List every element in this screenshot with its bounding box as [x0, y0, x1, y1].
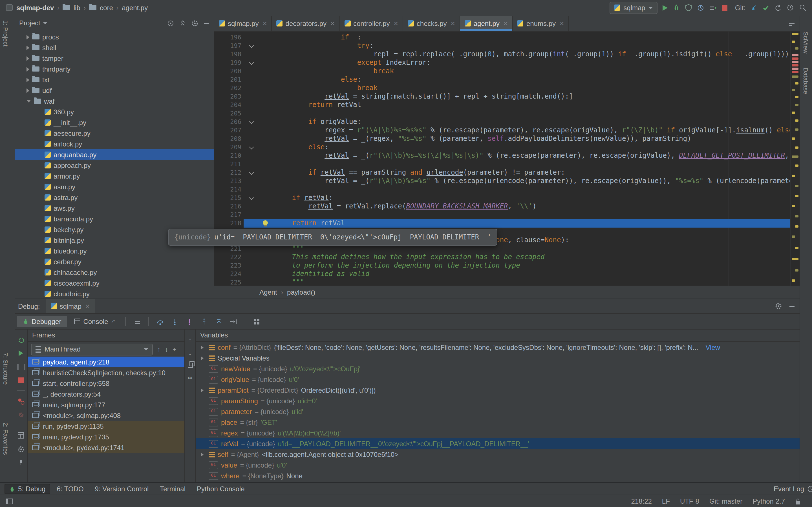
line-number[interactable]: 216	[214, 202, 244, 211]
error-stripe-mark[interactable]	[792, 64, 799, 66]
error-stripe-mark[interactable]	[792, 205, 795, 207]
line-number[interactable]: 213	[214, 177, 244, 185]
error-stripe-mark[interactable]	[795, 269, 799, 272]
line-number[interactable]: 197	[214, 42, 244, 50]
editor-tab-sqlmap.py[interactable]: sqlmap.py×	[214, 16, 272, 31]
fold-chevron-icon[interactable]	[249, 195, 254, 200]
stack-frame[interactable]: heuristicCheckSqlInjection, checks.py:10	[28, 367, 185, 378]
close-tab-icon[interactable]: ×	[394, 20, 398, 27]
project-tree-item-ciscoacexml.py[interactable]: ciscoacexml.py	[15, 278, 214, 288]
project-tree-item-waf[interactable]: waf	[15, 96, 214, 107]
thread-selector[interactable]: MainThread	[31, 343, 153, 355]
error-stripe-mark[interactable]	[792, 258, 799, 260]
project-tree-item-tamper[interactable]: tamper	[15, 53, 214, 64]
editor-tab-enums.py[interactable]: enums.py×	[513, 16, 569, 31]
error-stripe-mark[interactable]	[795, 225, 799, 228]
variable-row-origValue[interactable]: 01origValue = {unicode} u'0'	[196, 374, 800, 385]
line-number[interactable]: 223	[214, 262, 244, 270]
fold-chevron-icon[interactable]	[249, 145, 254, 150]
add-watch-button[interactable]: +	[172, 346, 176, 352]
step-out-button[interactable]	[198, 315, 211, 328]
error-stripe-mark[interactable]	[792, 41, 795, 43]
line-ending[interactable]: LF	[662, 497, 670, 505]
python-interpreter[interactable]: Python 2.7	[753, 497, 785, 505]
line-number[interactable]: 205	[214, 109, 244, 118]
error-stripe-mark[interactable]	[795, 215, 799, 217]
project-tree-item-shell[interactable]: shell	[15, 42, 214, 53]
project-tree-item-__init__.py[interactable]: __init__.py	[15, 117, 214, 128]
error-stripe-mark[interactable]	[792, 235, 795, 238]
error-stripe-mark[interactable]	[792, 57, 799, 60]
error-stripe-mark[interactable]	[792, 33, 799, 35]
expand-arrow-icon[interactable]	[199, 356, 206, 360]
toolwindow-stripe-database[interactable]: Database	[802, 68, 809, 94]
error-stripe-mark[interactable]	[795, 247, 799, 249]
project-tree-item-aws.py[interactable]: aws.py	[15, 203, 214, 214]
hide-library-frames-icon[interactable]: ∞	[188, 375, 192, 381]
pause-button[interactable]	[15, 362, 27, 372]
breadcrumb-file[interactable]: agent.py	[122, 4, 148, 11]
project-tree-item-chinacache.py[interactable]: chinacache.py	[15, 267, 214, 278]
run-configuration-selector[interactable]: sqlmap	[609, 1, 658, 14]
code-editor[interactable]: 196 if _:197 try:198 repl = repl.replace…	[214, 32, 790, 286]
error-stripe-mark[interactable]	[795, 128, 799, 131]
variable-row-conf[interactable]: conf = {AttribDict} {'fileDest': None, '…	[196, 342, 800, 353]
toolwindow-toggle-icon[interactable]	[6, 499, 13, 504]
search-everywhere-icon[interactable]	[799, 4, 806, 11]
line-number[interactable]: 215	[214, 194, 244, 202]
error-stripe-mark[interactable]	[792, 112, 795, 114]
error-stripe-mark[interactable]	[795, 195, 799, 197]
project-tree-item-bluedon.py[interactable]: bluedon.py	[15, 245, 214, 256]
error-stripe-mark[interactable]	[795, 104, 799, 106]
editor-tab-controller.py[interactable]: controller.py×	[340, 16, 403, 31]
fold-gutter[interactable]	[244, 168, 259, 177]
editor-tab-checks.py[interactable]: checks.py×	[403, 16, 460, 31]
chevron-right-icon[interactable]	[27, 45, 29, 50]
line-number[interactable]: 199	[214, 59, 244, 67]
fold-gutter[interactable]	[244, 59, 259, 67]
stack-frame[interactable]: payload, agent.py:218	[28, 356, 185, 367]
fold-gutter[interactable]	[244, 143, 259, 152]
toolwindow-button-Terminal[interactable]: Terminal	[155, 484, 190, 494]
line-number[interactable]: 196	[214, 33, 244, 42]
variable-row-newValue[interactable]: 01newValue = {unicode} u'0\'ozeyed<\"'>c…	[196, 363, 800, 374]
fold-chevron-icon[interactable]	[249, 60, 254, 65]
line-number[interactable]: 200	[214, 67, 244, 75]
scroll-down-icon[interactable]: ↓	[189, 350, 192, 356]
prev-frame-button[interactable]: ↑	[157, 346, 160, 352]
line-number[interactable]: 206	[214, 118, 244, 126]
line-number[interactable]: 202	[214, 84, 244, 93]
project-tree-item-cloudbric.py[interactable]: cloudbric.py	[15, 288, 214, 298]
project-tree-item-asm.py[interactable]: asm.py	[15, 181, 214, 192]
view-breakpoints-icon[interactable]	[15, 396, 27, 406]
fold-chevron-icon[interactable]	[249, 119, 254, 124]
toolwindow-button-6-TODO[interactable]: 6: TODO	[52, 484, 88, 494]
error-stripe-mark[interactable]	[795, 147, 799, 149]
expand-arrow-icon[interactable]	[199, 346, 206, 349]
caret-position[interactable]: 218:22	[631, 497, 652, 505]
tab-debugger[interactable]: Debugger	[17, 316, 67, 327]
variable-row-self[interactable]: self = {Agent} <lib.core.agent.Agent obj…	[196, 449, 800, 460]
line-number[interactable]: 214	[214, 185, 244, 194]
fold-gutter[interactable]	[244, 42, 259, 50]
tab-list-icon[interactable]	[788, 20, 795, 27]
line-number[interactable]: 218	[214, 219, 244, 228]
variable-row-value[interactable]: 01value = {unicode} u'0'	[196, 460, 800, 470]
stack-frame[interactable]: <module>, pydevd.py:1741	[28, 442, 185, 453]
project-tree-item-aesecure.py[interactable]: aesecure.py	[15, 128, 214, 138]
line-number[interactable]: 207	[214, 126, 244, 135]
error-stripe-mark[interactable]	[792, 71, 799, 73]
gear-icon[interactable]	[15, 444, 27, 454]
error-stripe-mark[interactable]	[792, 156, 799, 158]
concurrency-diagram-button[interactable]	[710, 4, 717, 11]
project-tree-item-approach.py[interactable]: approach.py	[15, 160, 214, 171]
run-to-cursor-button[interactable]	[227, 315, 241, 328]
expand-arrow-icon[interactable]	[199, 388, 206, 392]
view-link[interactable]: View	[706, 343, 720, 351]
error-stripe-mark[interactable]	[792, 68, 799, 70]
error-stripe-mark[interactable]	[795, 96, 799, 98]
close-session-icon[interactable]: ×	[86, 302, 90, 310]
project-tree-item-barracuda.py[interactable]: barracuda.py	[15, 214, 214, 224]
line-number[interactable]: 204	[214, 101, 244, 109]
fold-gutter[interactable]	[244, 194, 259, 202]
